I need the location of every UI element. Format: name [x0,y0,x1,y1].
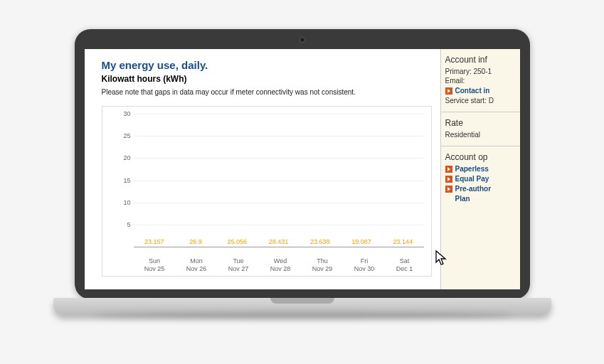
bar-slot: 23.157 [135,238,173,247]
bar-slot: 25.056 [218,238,256,247]
bar-value-label: 25.056 [227,238,247,245]
grid-line [134,225,424,225]
rate-section: Rate Residential [441,112,520,146]
grid-line [134,203,424,203]
x-tick: ThuNov 29 [312,257,333,273]
account-info-section: Account inf Primary: 250-1 Email: Contac… [441,49,520,112]
preauth-plan-line2: Plan [445,195,516,203]
x-tick: WedNov 28 [270,257,291,273]
bar-slot: 23.638 [301,238,339,247]
contact-info-label: Contact in [455,87,490,95]
grid-line [134,136,424,136]
arrow-icon [445,87,452,95]
grid-line [134,114,424,114]
x-tick: FriNov 30 [354,257,375,273]
bar-slot: 23.144 [384,238,422,247]
account-options-title: Account op [445,152,516,162]
y-tick: 5 [112,221,131,228]
bar-slot: 26.9 [176,238,214,247]
email-label: Email: [445,77,516,85]
main-content: My energy use, daily. Kilowatt hours (kW… [85,49,440,289]
bar-value-label: 23.638 [310,238,330,245]
page-title: My energy use, daily. [102,59,432,71]
contact-info-link[interactable]: Contact in [445,87,516,95]
bar-value-label: 28.431 [269,238,289,245]
y-tick: 20 [112,154,131,161]
laptop-base [53,298,551,315]
rate-title: Rate [445,118,516,128]
arrow-icon [445,176,452,183]
x-tick: SatDec 1 [396,257,413,273]
preauth-label: Pre-author [455,185,492,193]
bar-value-label: 23.157 [144,238,164,245]
x-axis-labels: SunNov 25MonNov 26TueNov 27WedNov 28ThuN… [134,257,424,273]
service-start: Service start: D [445,97,516,105]
bar-value-label: 19.087 [351,238,371,245]
grid-line [134,158,424,159]
account-options-section: Account op Paperless Equal Pay Pre-autho… [441,146,520,210]
rate-value: Residential [445,131,516,139]
primary-phone: Primary: 250-1 [445,68,516,75]
x-tick: TueNov 27 [228,257,249,273]
grid-line [134,181,424,181]
page-subtitle: Kilowatt hours (kWh) [102,74,432,84]
sidebar: Account inf Primary: 250-1 Email: Contac… [440,49,520,289]
y-tick: 30 [112,110,131,117]
y-tick: 15 [112,177,131,184]
bar-slot: 28.431 [260,238,297,247]
y-tick: 10 [112,199,131,206]
bar-slot: 19.087 [343,238,381,247]
account-info-title: Account inf [445,55,516,65]
bar-value-label: 23.144 [393,238,413,245]
arrow-icon [445,166,452,173]
screen: My energy use, daily. Kilowatt hours (kW… [85,49,520,289]
energy-chart: 23.15726.925.05628.43123.63819.08723.144… [102,106,432,277]
data-gap-note: Please note that gaps in data may occur … [102,88,432,96]
x-tick: MonNov 26 [186,257,207,273]
plot-area: 23.15726.925.05628.43123.63819.08723.144… [134,114,424,247]
screen-bezel: My energy use, daily. Kilowatt hours (kW… [75,29,530,299]
bar-value-label: 26.9 [189,238,202,245]
laptop-frame: My energy use, daily. Kilowatt hours (kW… [53,29,551,335]
paperless-label: Paperless [455,165,489,173]
paperless-link[interactable]: Paperless [445,165,516,173]
equal-payment-label: Equal Pay [455,175,489,183]
preauth-link[interactable]: Pre-author [445,185,516,193]
arrow-icon [445,186,452,193]
equal-payment-link[interactable]: Equal Pay [445,175,516,183]
x-tick: SunNov 25 [144,257,165,273]
webcam-dot [300,38,304,42]
y-tick: 25 [112,132,131,139]
